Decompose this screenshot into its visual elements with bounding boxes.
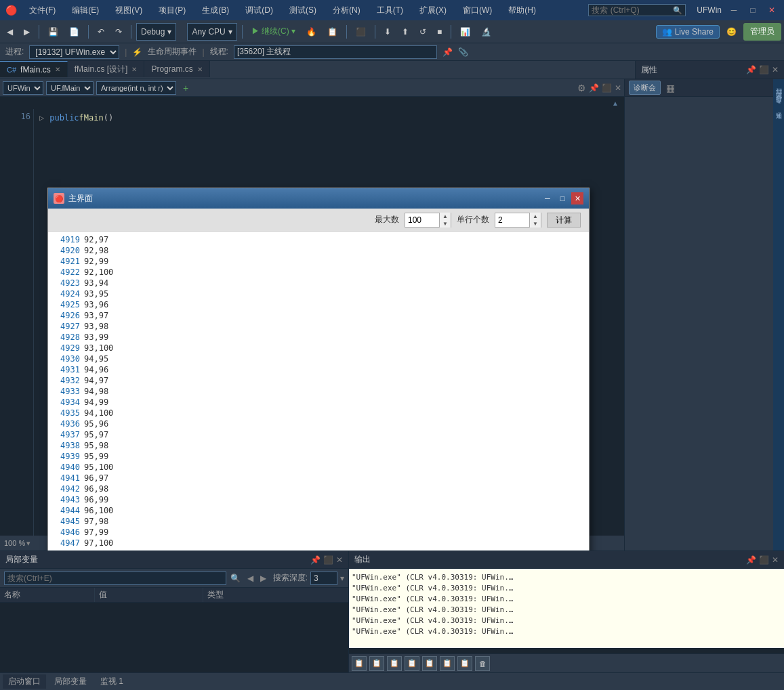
- output-pin-icon[interactable]: 📌: [746, 555, 756, 565]
- nav-back-button[interactable]: ◀: [3, 23, 17, 41]
- search-box[interactable]: 🔍: [588, 4, 686, 16]
- perrow-value-input[interactable]: [495, 213, 529, 227]
- perrow-spin-down[interactable]: ▼: [530, 220, 541, 228]
- stop-button[interactable]: ■: [433, 23, 446, 41]
- pin-editor-icon[interactable]: 📌: [589, 83, 599, 93]
- signature-select[interactable]: Arrange(int n, int r): [96, 81, 176, 95]
- dialog-minimize-button[interactable]: ─: [541, 192, 554, 204]
- fire-button[interactable]: 🔥: [302, 23, 321, 41]
- step-out-button[interactable]: ⬆: [398, 23, 413, 41]
- minimize-button[interactable]: ─: [727, 3, 741, 17]
- redo-button[interactable]: ↷: [111, 23, 126, 41]
- save-all-button[interactable]: 📄: [65, 23, 83, 41]
- watch-tab[interactable]: 监视 1: [95, 674, 129, 689]
- rs-item-plan[interactable]: 计划: [773, 82, 785, 85]
- rs-item-run[interactable]: 运行: [773, 90, 785, 93]
- max-value-input[interactable]: [405, 213, 439, 227]
- out-btn-8[interactable]: 🗑: [475, 656, 490, 671]
- perrow-spin-up[interactable]: ▲: [530, 213, 541, 220]
- menu-debug[interactable]: 调试(D): [241, 5, 277, 16]
- cpu-target-dropdown[interactable]: Any CPU ▾: [187, 23, 236, 41]
- manage-button[interactable]: 管理员: [743, 23, 781, 41]
- close-panel-icon[interactable]: ✕: [772, 65, 779, 74]
- locals-close-icon[interactable]: ✕: [336, 555, 343, 565]
- depth-input[interactable]: [310, 572, 337, 585]
- menu-file[interactable]: 文件(F): [25, 5, 60, 16]
- out-btn-3[interactable]: 📋: [387, 656, 402, 671]
- tab-program-cs[interactable]: Program.cs ✕: [144, 61, 209, 77]
- output-hscroll[interactable]: [349, 648, 784, 653]
- float-editor-icon[interactable]: ⬛: [602, 83, 612, 93]
- menu-project[interactable]: 项目(P): [154, 5, 190, 16]
- rs-item-test[interactable]: 测试: [773, 86, 785, 89]
- continue-button[interactable]: ▶ 继续(C) ▾: [247, 23, 300, 41]
- close-button[interactable]: ✕: [765, 3, 779, 17]
- depth-dropdown-icon[interactable]: ▾: [340, 574, 344, 583]
- menu-build[interactable]: 生成(B): [198, 5, 233, 16]
- debug-mode-dropdown[interactable]: Debug ▾: [136, 23, 176, 41]
- locals-pin-icon[interactable]: 📌: [310, 555, 321, 565]
- breakpoints-button[interactable]: ⬛: [352, 23, 370, 41]
- live-share-button[interactable]: 👥 Live Share: [656, 25, 720, 39]
- rs-item-gs[interactable]: G#: [774, 94, 783, 105]
- maximize-button[interactable]: □: [746, 3, 760, 17]
- tab-fmain-cs[interactable]: C# fMain.cs ✕: [0, 61, 68, 77]
- out-btn-6[interactable]: 📋: [440, 656, 455, 671]
- feedback-button[interactable]: 😊: [722, 23, 741, 41]
- menu-view[interactable]: 视图(V): [111, 5, 146, 16]
- out-btn-2[interactable]: 📋: [369, 656, 384, 671]
- process-select[interactable]: [19132] UFWin.exe: [29, 45, 119, 59]
- rs-item-notify[interactable]: 通知: [773, 106, 785, 109]
- tab-fmain-design[interactable]: fMain.cs [设计] ✕: [68, 61, 145, 77]
- diag-all-button[interactable]: 诊断会: [629, 81, 661, 95]
- out-btn-7[interactable]: 📋: [457, 656, 472, 671]
- perrow-spinbox[interactable]: ▲ ▼: [495, 213, 541, 228]
- max-spin-up[interactable]: ▲: [440, 213, 451, 220]
- max-spin-down[interactable]: ▼: [440, 220, 451, 228]
- menu-help[interactable]: 帮助(H): [504, 5, 540, 16]
- nav-forward-button[interactable]: ▶: [20, 23, 34, 41]
- dialog-maximize-button[interactable]: □: [556, 192, 569, 204]
- startup-window-tab[interactable]: 启动窗口: [3, 674, 46, 689]
- step-in-button[interactable]: ⬇: [380, 23, 395, 41]
- pin-icon[interactable]: 📌: [746, 65, 756, 74]
- save-button[interactable]: 💾: [44, 23, 62, 41]
- locals-search-input[interactable]: [4, 572, 226, 585]
- close-editor-icon[interactable]: ✕: [615, 83, 621, 93]
- out-btn-4[interactable]: 📋: [405, 656, 419, 671]
- out-btn-5[interactable]: 📋: [422, 656, 437, 671]
- menu-analyze[interactable]: 分析(N): [329, 5, 365, 16]
- perfmon-button[interactable]: 📊: [456, 23, 474, 41]
- out-btn-1[interactable]: 📋: [352, 656, 367, 671]
- max-spinbox[interactable]: ▲ ▼: [405, 213, 451, 228]
- zoom-dropdown-icon[interactable]: ▾: [26, 539, 30, 548]
- menu-tools[interactable]: 工具(T): [373, 5, 407, 16]
- restart-button[interactable]: ↺: [415, 23, 430, 41]
- calc-button[interactable]: 计算: [547, 213, 581, 228]
- undo-button[interactable]: ↶: [94, 23, 108, 41]
- tab-program-close[interactable]: ✕: [197, 66, 203, 73]
- dialog-content[interactable]: 491992,97492092,98492192,99492292,100492…: [48, 232, 589, 551]
- search-prev-button[interactable]: ◀: [245, 572, 256, 584]
- method-select[interactable]: UF.fMain: [46, 81, 94, 95]
- settings-icon[interactable]: ⚙: [577, 83, 586, 93]
- thread-input[interactable]: [234, 45, 437, 59]
- menu-test[interactable]: 测试(S): [285, 5, 321, 16]
- tab-fmain-close[interactable]: ✕: [55, 66, 60, 73]
- tab-fmain-design-close[interactable]: ✕: [131, 66, 137, 73]
- dialog-close-button[interactable]: ✕: [571, 192, 583, 204]
- output-close-icon[interactable]: ✕: [772, 555, 779, 565]
- diag-button[interactable]: 🔬: [477, 23, 495, 41]
- float-icon[interactable]: ⬛: [759, 65, 769, 74]
- menu-edit[interactable]: 编辑(E): [68, 5, 103, 16]
- search-next-button[interactable]: ▶: [257, 572, 269, 584]
- add-method-button[interactable]: +: [179, 79, 192, 97]
- step-over-button[interactable]: 📋: [323, 23, 342, 41]
- search-input[interactable]: [592, 5, 673, 15]
- output-float-icon[interactable]: ⬛: [759, 555, 769, 565]
- menu-window[interactable]: 窗口(W): [459, 5, 496, 16]
- menu-extensions[interactable]: 扩展(X): [415, 5, 451, 16]
- locals-float-icon[interactable]: ⬛: [323, 555, 333, 565]
- view-toggle-btn[interactable]: ▦: [666, 83, 675, 93]
- locals-tab[interactable]: 局部变量: [49, 674, 92, 689]
